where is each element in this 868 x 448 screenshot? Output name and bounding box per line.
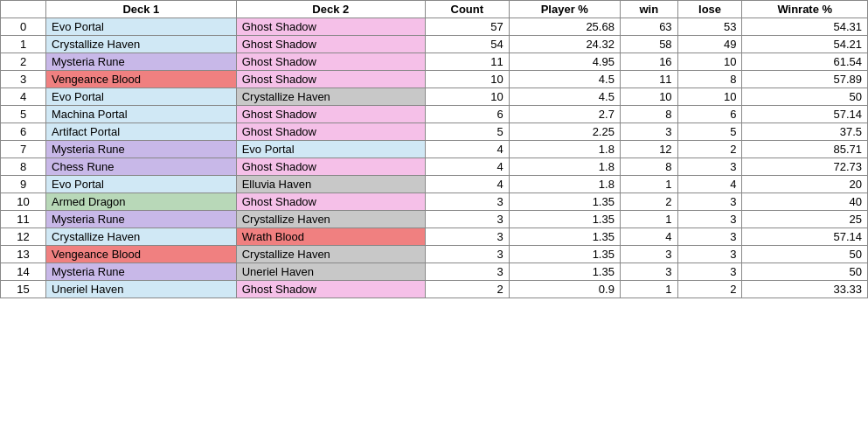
- deck1-cell: Evo Portal: [46, 176, 237, 193]
- player-pct-cell: 1.8: [509, 158, 620, 176]
- lose-cell: 2: [677, 281, 742, 298]
- deck2-cell: Ghost Shadow: [236, 158, 425, 176]
- col-header-5: win: [620, 1, 677, 18]
- win-cell: 1: [620, 211, 677, 228]
- lose-cell: 3: [677, 211, 742, 228]
- win-cell: 10: [620, 88, 677, 106]
- count-cell: 11: [425, 53, 509, 71]
- deck2-cell: Ghost Shadow: [236, 281, 425, 298]
- deck2-cell: Wrath Blood: [236, 228, 425, 246]
- winrate-cell: 37.5: [742, 123, 868, 141]
- player-pct-cell: 1.35: [509, 193, 620, 211]
- win-cell: 16: [620, 53, 677, 71]
- table-row: 2Mysteria RuneGhost Shadow114.95161061.5…: [1, 53, 868, 71]
- winrate-cell: 54.31: [742, 18, 868, 36]
- player-pct-cell: 0.9: [509, 281, 620, 298]
- lose-cell: 5: [677, 123, 742, 141]
- lose-cell: 49: [677, 36, 742, 53]
- player-pct-cell: 1.35: [509, 246, 620, 263]
- winrate-cell: 61.54: [742, 53, 868, 71]
- count-cell: 54: [425, 36, 509, 53]
- row-index: 0: [1, 18, 46, 36]
- row-index: 12: [1, 228, 46, 246]
- deck2-cell: Crystallize Haven: [236, 88, 425, 106]
- lose-cell: 3: [677, 263, 742, 281]
- col-header-7: Winrate %: [742, 1, 868, 18]
- lose-cell: 3: [677, 193, 742, 211]
- win-cell: 4: [620, 228, 677, 246]
- deck1-cell: Evo Portal: [46, 88, 237, 106]
- player-pct-cell: 25.68: [509, 18, 620, 36]
- table-row: 14Mysteria RuneUneriel Haven31.353350: [1, 263, 868, 281]
- deck1-cell: Mysteria Rune: [46, 53, 237, 71]
- lose-cell: 6: [677, 106, 742, 123]
- deck2-cell: Uneriel Haven: [236, 263, 425, 281]
- table-row: 10Armed DragonGhost Shadow31.352340: [1, 193, 868, 211]
- row-index: 9: [1, 176, 46, 193]
- player-pct-cell: 4.95: [509, 53, 620, 71]
- deck2-cell: Ghost Shadow: [236, 106, 425, 123]
- count-cell: 3: [425, 263, 509, 281]
- winrate-cell: 50: [742, 263, 868, 281]
- count-cell: 4: [425, 141, 509, 158]
- winrate-cell: 25: [742, 211, 868, 228]
- table-row: 15Uneriel HavenGhost Shadow20.91233.33: [1, 281, 868, 298]
- deck1-cell: Crystallize Haven: [46, 36, 237, 53]
- player-pct-cell: 1.35: [509, 263, 620, 281]
- deck1-cell: Chess Rune: [46, 158, 237, 176]
- win-cell: 8: [620, 106, 677, 123]
- row-index: 11: [1, 211, 46, 228]
- lose-cell: 3: [677, 158, 742, 176]
- row-index: 3: [1, 71, 46, 88]
- row-index: 10: [1, 193, 46, 211]
- col-header-6: lose: [677, 1, 742, 18]
- lose-cell: 10: [677, 53, 742, 71]
- deck2-cell: Crystallize Haven: [236, 246, 425, 263]
- count-cell: 5: [425, 123, 509, 141]
- table-row: 8Chess RuneGhost Shadow41.88372.73: [1, 158, 868, 176]
- count-cell: 3: [425, 228, 509, 246]
- lose-cell: 4: [677, 176, 742, 193]
- player-pct-cell: 2.25: [509, 123, 620, 141]
- count-cell: 4: [425, 176, 509, 193]
- lose-cell: 3: [677, 246, 742, 263]
- deck1-cell: Crystallize Haven: [46, 228, 237, 246]
- winrate-cell: 40: [742, 193, 868, 211]
- row-index: 7: [1, 141, 46, 158]
- col-header-0: [1, 1, 46, 18]
- winrate-cell: 57.14: [742, 228, 868, 246]
- count-cell: 10: [425, 88, 509, 106]
- deck1-cell: Uneriel Haven: [46, 281, 237, 298]
- deck2-cell: Ghost Shadow: [236, 71, 425, 88]
- win-cell: 58: [620, 36, 677, 53]
- table-row: 12Crystallize HavenWrath Blood31.354357.…: [1, 228, 868, 246]
- table-row: 7Mysteria RuneEvo Portal41.812285.71: [1, 141, 868, 158]
- player-pct-cell: 1.35: [509, 211, 620, 228]
- winrate-cell: 50: [742, 88, 868, 106]
- win-cell: 2: [620, 193, 677, 211]
- win-cell: 63: [620, 18, 677, 36]
- deck1-cell: Artifact Portal: [46, 123, 237, 141]
- table-row: 3Vengeance BloodGhost Shadow104.511857.8…: [1, 71, 868, 88]
- count-cell: 6: [425, 106, 509, 123]
- win-cell: 12: [620, 141, 677, 158]
- deck2-cell: Evo Portal: [236, 141, 425, 158]
- winrate-cell: 72.73: [742, 158, 868, 176]
- count-cell: 3: [425, 246, 509, 263]
- win-cell: 1: [620, 281, 677, 298]
- row-index: 1: [1, 36, 46, 53]
- count-cell: 10: [425, 71, 509, 88]
- deck1-cell: Mysteria Rune: [46, 263, 237, 281]
- lose-cell: 8: [677, 71, 742, 88]
- row-index: 6: [1, 123, 46, 141]
- deck1-cell: Mysteria Rune: [46, 141, 237, 158]
- deck2-cell: Elluvia Haven: [236, 176, 425, 193]
- winrate-cell: 85.71: [742, 141, 868, 158]
- player-pct-cell: 24.32: [509, 36, 620, 53]
- winrate-cell: 54.21: [742, 36, 868, 53]
- deck1-cell: Vengeance Blood: [46, 246, 237, 263]
- table-row: 6Artifact PortalGhost Shadow52.253537.5: [1, 123, 868, 141]
- player-pct-cell: 1.35: [509, 228, 620, 246]
- deck2-cell: Ghost Shadow: [236, 18, 425, 36]
- win-cell: 1: [620, 176, 677, 193]
